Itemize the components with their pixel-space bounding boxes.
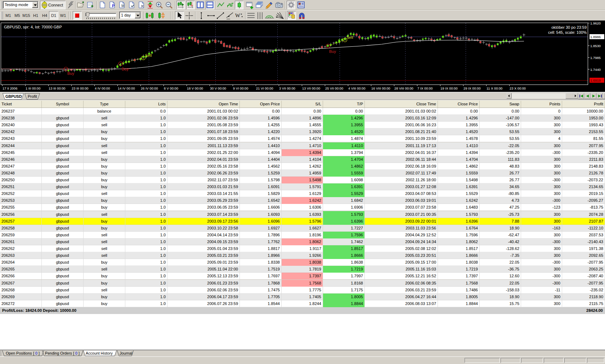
svg-text:1.8986: 1.8986 — [590, 35, 601, 39]
svg-text:17 II 2006: 17 II 2006 — [3, 87, 17, 90]
svg-text:1.7440: 1.7440 — [590, 68, 601, 72]
svg-text:Profit: Profit — [28, 94, 37, 99]
svg-text:1.6919: 1.6919 — [590, 78, 601, 82]
svg-text:18 V 00:00: 18 V 00:00 — [187, 87, 203, 90]
svg-text:GBPUSD: GBPUSD — [5, 94, 22, 99]
svg-text:1.8530: 1.8530 — [590, 44, 601, 48]
svg-text:19 IX 00:00: 19 IX 00:00 — [440, 87, 458, 90]
svg-text:28 VIII 00:00: 28 VIII 00:00 — [394, 87, 413, 90]
svg-text:25 VII 00:00: 25 VII 00:00 — [325, 87, 343, 90]
svg-text:29 IX 00:00: 29 IX 00:00 — [463, 87, 481, 90]
svg-text:13 III 00:00: 13 III 00:00 — [49, 87, 66, 90]
svg-text:9 VI 00:00: 9 VI 00:00 — [233, 87, 248, 90]
svg-text:Buy: Buy — [122, 67, 129, 71]
svg-text:7 IX 00:00: 7 IX 00:00 — [417, 87, 433, 90]
svg-text:23 X 00:00: 23 X 00:00 — [510, 87, 526, 90]
svg-text:Open Positions: Open Positions — [6, 351, 32, 355]
svg-text:GBPUSD, spr: 4, lot: 70000 GBP: GBPUSD, spr: 4, lot: 70000 GBP — [4, 25, 62, 29]
svg-text:21 VI 00:00: 21 VI 00:00 — [256, 87, 273, 90]
svg-text:W: W — [235, 13, 241, 18]
svg-text:1.9620: 1.9620 — [590, 21, 601, 25]
svg-text:4 IV 00:00: 4 IV 00:00 — [95, 87, 110, 90]
svg-text:Account History: Account History — [86, 351, 113, 355]
svg-text:1 III 00:00: 1 III 00:00 — [26, 87, 40, 90]
svg-text:Sell: Sell — [346, 35, 353, 40]
svg-text:4 VIII 00:00: 4 VIII 00:00 — [348, 87, 366, 90]
svg-text:P: P — [112, 4, 115, 8]
svg-text:1.7985: 1.7985 — [590, 56, 601, 60]
svg-text:23 III 00:00: 23 III 00:00 — [72, 87, 89, 90]
svg-text:8 V 00:00: 8 V 00:00 — [164, 87, 178, 90]
svg-text:M: M — [121, 4, 124, 8]
svg-text:14 IV 00:00: 14 IV 00:00 — [118, 87, 135, 90]
svg-text:26 IV 00:00: 26 IV 00:00 — [141, 87, 158, 90]
svg-text:cell: 545, scale: 100%: cell: 545, scale: 100% — [548, 30, 587, 35]
svg-text:Pending Orders: Pending Orders — [45, 351, 72, 355]
svg-text:Sell: Sell — [145, 53, 152, 58]
svg-text:Buy: Buy — [67, 71, 74, 76]
svg-text:30 V 00:00: 30 V 00:00 — [210, 87, 226, 90]
svg-text:11 X 00:00: 11 X 00:00 — [487, 87, 502, 90]
svg-text:16 VIII 00:00: 16 VIII 00:00 — [371, 87, 390, 90]
svg-text:13 VII 00:00: 13 VII 00:00 — [302, 87, 320, 90]
svg-text:[ 0 ]: [ 0 ] — [33, 351, 40, 355]
svg-text:október 30 po 23:59: október 30 po 23:59 — [551, 25, 587, 29]
svg-text:3 VII 00:00: 3 VII 00:00 — [279, 87, 295, 90]
svg-text:Buy: Buy — [329, 49, 336, 54]
svg-text:Journal: Journal — [120, 351, 132, 355]
svg-text:[ 0 ]: [ 0 ] — [73, 351, 80, 355]
